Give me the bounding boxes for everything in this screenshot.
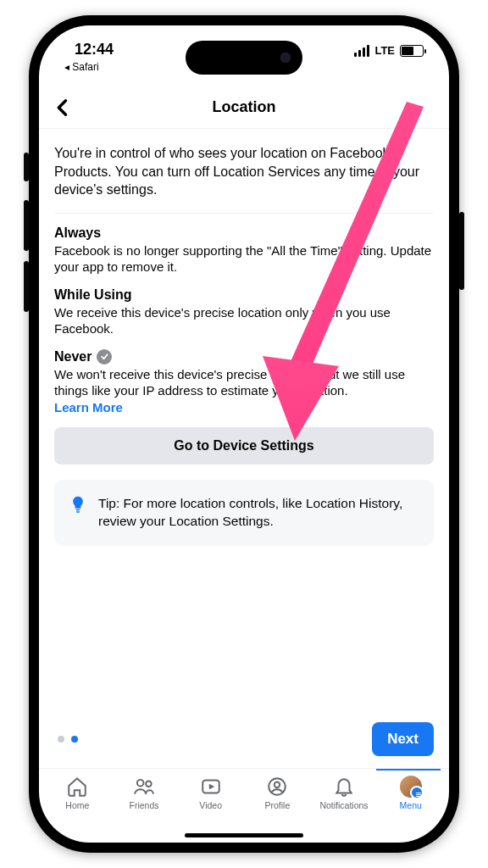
tab-label: Profile bbox=[264, 800, 290, 810]
nav-header: Location bbox=[39, 86, 449, 129]
option-desc: We receive this device's precise locatio… bbox=[54, 304, 434, 337]
pager-dot bbox=[58, 736, 64, 743]
option-desc: We won't receive this device's precise l… bbox=[54, 366, 434, 416]
option-title-text: Never bbox=[54, 349, 92, 364]
signal-icon bbox=[354, 45, 369, 57]
option-desc-text: We won't receive this device's precise l… bbox=[54, 367, 405, 398]
tab-label: Notifications bbox=[319, 800, 368, 810]
page-title: Location bbox=[213, 98, 276, 116]
tab-video[interactable]: Video bbox=[177, 774, 244, 810]
pager-dots bbox=[54, 736, 78, 743]
svg-rect-0 bbox=[76, 509, 80, 511]
svg-rect-1 bbox=[76, 511, 80, 513]
svg-point-2 bbox=[137, 780, 144, 787]
battery-icon bbox=[400, 45, 424, 57]
intro-text: You're in control of who sees your locat… bbox=[54, 144, 434, 214]
tip-box: Tip: For more location controls, like Lo… bbox=[54, 480, 434, 546]
svg-marker-5 bbox=[209, 784, 215, 790]
tab-label: Menu bbox=[400, 800, 422, 810]
option-title: While Using bbox=[54, 287, 434, 303]
tab-label: Video bbox=[199, 800, 222, 810]
bell-icon bbox=[333, 776, 355, 798]
video-icon bbox=[200, 776, 222, 798]
pager-row: Next bbox=[39, 722, 449, 760]
next-button[interactable]: Next bbox=[372, 722, 434, 756]
svg-point-3 bbox=[146, 782, 152, 787]
tab-home[interactable]: Home bbox=[44, 774, 111, 810]
friends-icon bbox=[133, 776, 155, 798]
tab-menu[interactable]: Menu bbox=[377, 774, 444, 810]
tab-profile[interactable]: Profile bbox=[244, 774, 311, 810]
profile-icon bbox=[266, 776, 288, 798]
tab-label: Friends bbox=[130, 800, 159, 810]
canvas: 12:44 ◂ Safari LTE Location You're in co… bbox=[0, 0, 488, 868]
tab-bar: Home Friends Video Profile Notifications bbox=[39, 768, 449, 827]
option-never: Never We won't receive this device's pre… bbox=[54, 337, 434, 416]
tab-label: Home bbox=[65, 800, 89, 810]
phone-screen: 12:44 ◂ Safari LTE Location You're in co… bbox=[39, 25, 449, 843]
status-right: LTE bbox=[354, 44, 424, 57]
svg-point-7 bbox=[274, 782, 280, 788]
content: You're in control of who sees your locat… bbox=[39, 129, 449, 766]
dynamic-island bbox=[186, 41, 302, 75]
option-desc: Facebook is no longer supporting the "Al… bbox=[54, 242, 434, 275]
option-while-using: While Using We receive this device's pre… bbox=[54, 275, 434, 337]
option-always: Always Facebook is no longer supporting … bbox=[54, 214, 434, 275]
tab-notifications[interactable]: Notifications bbox=[311, 774, 378, 810]
back-button[interactable] bbox=[51, 96, 75, 120]
tab-friends[interactable]: Friends bbox=[111, 774, 178, 810]
back-to-safari[interactable]: ◂ Safari bbox=[64, 61, 99, 73]
status-time: 12:44 bbox=[75, 41, 114, 58]
home-indicator bbox=[185, 833, 303, 837]
network-type: LTE bbox=[374, 44, 395, 57]
check-icon bbox=[97, 349, 112, 364]
go-to-device-settings-button[interactable]: Go to Device Settings bbox=[54, 427, 434, 465]
option-title: Never bbox=[54, 349, 434, 364]
pager-dot-active bbox=[71, 736, 78, 743]
home-icon bbox=[66, 776, 88, 798]
phone-side-button bbox=[459, 212, 464, 290]
option-title: Always bbox=[54, 225, 434, 241]
learn-more-link[interactable]: Learn More bbox=[54, 400, 123, 415]
avatar-icon bbox=[400, 776, 422, 798]
tip-text: Tip: For more location controls, like Lo… bbox=[98, 495, 420, 531]
bulb-icon bbox=[69, 495, 86, 515]
